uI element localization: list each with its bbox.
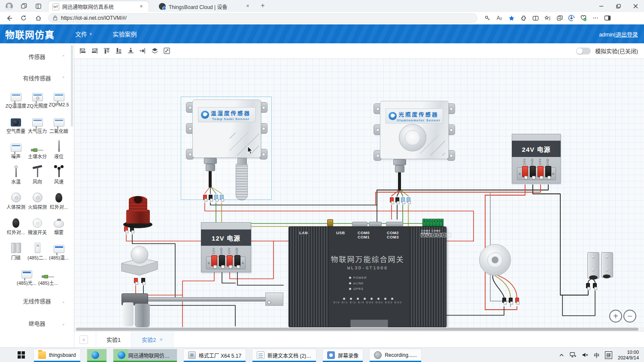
banana-plug-red[interactable] [522,166,528,177]
ime-pinyin-indicator[interactable]: 拼 [605,351,612,359]
sensor-item[interactable]: 大气压力 [27,112,48,134]
browser-tab-inactive[interactable]: ThingsBoard Cloud | 设备 × [155,1,255,12]
align-center-horizontal-icon[interactable] [127,47,134,54]
workspaces-icon[interactable] [18,2,29,10]
sensor-item[interactable]: ZQPM2.5 [48,87,70,109]
extensions-icon[interactable] [518,13,529,23]
fit-screen-icon[interactable] [163,47,170,54]
banana-plug-red[interactable] [211,255,217,266]
new-tab-button[interactable]: + [258,1,268,11]
sensor-item[interactable]: 二氧化碳 [48,112,70,134]
wire-plug-blue[interactable] [214,195,218,200]
align-left-icon[interactable] [79,47,86,54]
wire-plug-black[interactable] [141,278,145,283]
banana-plug-red[interactable] [227,255,233,266]
tab-close-icon[interactable]: × [244,3,251,10]
align-right-icon[interactable] [91,47,98,54]
browser-tab-active[interactable]: IoT 网迅通物联网仿真系统 × [48,1,149,12]
tab-actions-icon[interactable] [33,2,44,10]
sensor-item[interactable]: ZQ光照度 [27,87,48,109]
wire-plug-blue[interactable] [407,197,410,202]
sensor-item[interactable]: 烟雾 [48,214,70,235]
banana-plug-black[interactable] [219,255,225,266]
collections-icon[interactable] [554,13,565,23]
start-button[interactable] [15,349,27,362]
downloads-icon[interactable] [566,13,577,23]
taskbar-item-thingsboard[interactable]: thingsboard [33,349,81,362]
profile-avatar-icon[interactable] [3,2,15,10]
wire-plug-black[interactable] [395,197,399,202]
close-tab-icon[interactable]: × [159,336,163,343]
wire-plug-black[interactable] [509,298,513,303]
site-info-lock-icon[interactable] [53,15,58,21]
banana-plug-black[interactable] [530,166,536,177]
align-bottom-icon[interactable] [115,47,122,54]
clock[interactable]: 10:00 2024/9/14 [618,350,639,361]
sensor-item[interactable]: 液位 [48,138,70,160]
volume-muted-icon[interactable] [582,352,588,358]
read-aloud-icon[interactable]: A)) [494,13,505,23]
minimize-button[interactable] [592,0,610,12]
sensor-item[interactable]: 土壤水分 [27,138,48,160]
password-icon[interactable] [482,13,493,23]
back-icon[interactable] [3,13,15,23]
sensor-item[interactable]: (485)光... [16,264,37,286]
network-icon[interactable] [570,352,576,358]
taskbar-item-screen-record[interactable]: 屏幕录像 [322,349,363,362]
sensor-item[interactable]: ZQ温湿度 [5,87,27,109]
banana-plug-black[interactable] [234,255,240,266]
wire-plug-red[interactable] [515,298,519,303]
logout-link[interactable]: 退出登录 [616,31,638,38]
section-sensors[interactable]: 传感器⌃ [0,53,74,61]
sensor-item[interactable]: 红外对... [5,214,27,235]
sensor-item[interactable]: 水温 [5,163,27,185]
section-wired-sensors[interactable]: 有线传感器⌃ [0,74,74,83]
wire-plug-red[interactable] [124,226,128,232]
settings-menu-icon[interactable] [590,13,601,23]
sensor-item[interactable]: 微波开关 [27,214,48,235]
ime-language-indicator[interactable]: 中 [594,351,599,359]
wire-plug-red[interactable] [203,195,207,200]
zoom-out-button[interactable]: − [623,310,636,323]
copilot-sidebar-icon[interactable] [602,13,613,23]
menu-experiment-cases[interactable]: 实验案例 [113,30,137,38]
sensor-item[interactable]: 门磁 [5,239,27,261]
close-window-button[interactable] [627,0,644,12]
menu-file[interactable]: 文件∨ [75,30,92,38]
browser-essentials-icon[interactable] [578,13,589,23]
sensor-item[interactable]: 风速 [48,163,70,185]
wire-plug-black[interactable] [593,283,597,288]
sensor-item[interactable]: 噪声 [5,138,27,160]
wire-plug-blue[interactable] [220,195,224,200]
sensor-item[interactable]: 火焰探测 [27,188,48,210]
design-canvas[interactable]: 温湿度传感器Temp humi Sensor 光照度传感器Illuminomet… [74,59,644,327]
favorites-list-icon[interactable] [542,13,553,23]
sensor-item[interactable]: 人体探测 [5,188,27,210]
taskbar-item-edge-2[interactable]: 网迅通物联网仿真... [113,349,177,362]
sensor-item[interactable]: (485)土... [37,264,59,286]
zoom-in-button[interactable]: + [609,310,622,323]
align-middle-vertical-icon[interactable] [139,47,146,54]
layers-icon[interactable] [151,47,158,54]
wire-plug-black[interactable] [209,195,213,200]
taskbar-item-format-factory[interactable]: 格式工厂 X64 5.17 [183,349,246,362]
hidden-icons-chevron[interactable] [559,353,564,358]
taskbar-item-notepad[interactable]: 新建文本文档 (2) -... [252,349,316,362]
refresh-icon[interactable] [18,13,29,23]
split-screen-icon[interactable] [530,13,541,23]
wire-plug-black[interactable] [502,298,506,303]
maximize-button[interactable] [610,0,627,12]
address-bar[interactable]: https://iot-ai.net.cn/IOTVM/#/ [48,13,477,23]
experiment-tab-1[interactable]: 实验1 [96,332,131,348]
taskbar-item-recording[interactable]: Recording...... [369,349,422,362]
sensor-item[interactable]: 风向 [27,163,48,185]
sensor-item[interactable]: 红外对... [48,188,70,210]
wire-plug-red[interactable] [134,278,138,283]
sensor-item[interactable]: (485)二... [27,239,48,261]
align-top-icon[interactable] [103,47,110,54]
add-experiment-button[interactable]: + [79,335,88,344]
sensor-item[interactable]: 空气质量 [5,112,27,134]
wire-plug-black[interactable] [130,226,134,232]
home-icon[interactable] [33,13,44,23]
section-wireless-sensors[interactable]: 无线传感器⌄ [0,297,74,306]
